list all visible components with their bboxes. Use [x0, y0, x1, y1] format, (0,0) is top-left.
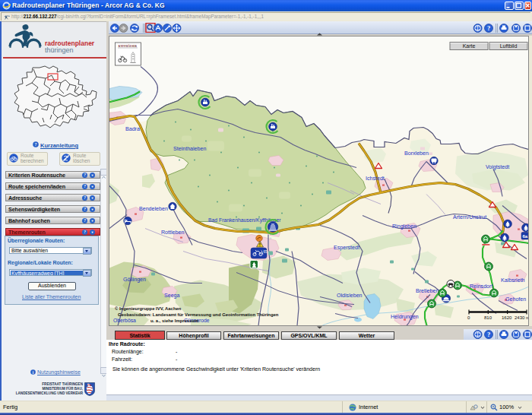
svg-text:Steinthaleben: Steinthaleben — [173, 146, 206, 152]
svg-text:?: ? — [487, 331, 490, 338]
svg-text:810: 810 — [484, 315, 492, 320]
svg-text:© Ingenieurgruppe IVV, Aachen: © Ingenieurgruppe IVV, Aachen — [115, 306, 182, 311]
svg-text:Luftbild: Luftbild — [500, 43, 518, 49]
svg-text:Göllingen: Göllingen — [123, 277, 146, 283]
svg-text:Rottleben: Rottleben — [161, 230, 184, 236]
svg-text:?: ? — [35, 142, 37, 147]
svg-text:Kalbsrieth: Kalbsrieth — [501, 277, 525, 284]
svg-text:Esperstedt: Esperstedt — [334, 245, 359, 251]
svg-text:1620: 1620 — [502, 315, 512, 320]
svg-text:Heldrungen: Heldrungen — [391, 314, 419, 320]
svg-text:Badra: Badra — [125, 126, 140, 132]
svg-text:u. a., siehe Impressum: u. a., siehe Impressum — [150, 318, 198, 323]
svg-text:Reinsdorf: Reinsdorf — [470, 284, 492, 290]
svg-text:Voigtstedt: Voigtstedt — [486, 164, 509, 170]
svg-text:Ichstedt: Ichstedt — [366, 176, 385, 182]
svg-text:0: 0 — [467, 315, 470, 320]
svg-text:2430 m: 2430 m — [515, 315, 528, 320]
svg-text:?: ? — [487, 24, 490, 32]
svg-text:Bretleben: Bretleben — [416, 288, 439, 294]
svg-text:KYFFHÄUSER: KYFFHÄUSER — [119, 44, 138, 48]
svg-text:Gehofen: Gehofen — [505, 296, 526, 303]
svg-text:Artern/Unstrut: Artern/Unstrut — [453, 214, 486, 220]
svg-text:Ringleben: Ringleben — [392, 223, 416, 230]
svg-text:Oldisleben: Oldisleben — [337, 293, 363, 299]
svg-text:65: 65 — [264, 250, 268, 254]
svg-text:6a: 6a — [522, 234, 527, 239]
svg-text:Bendeleben: Bendeleben — [139, 206, 168, 212]
svg-text:Borxleben: Borxleben — [404, 150, 429, 157]
svg-text:Karte: Karte — [463, 43, 476, 49]
svg-text:Oberbösa: Oberbösa — [113, 318, 136, 323]
svg-text:Geobasisdaten: Landesamt für V: Geobasisdaten: Landesamt für Vermessung … — [118, 312, 279, 317]
svg-text:Seega: Seega — [164, 293, 180, 299]
